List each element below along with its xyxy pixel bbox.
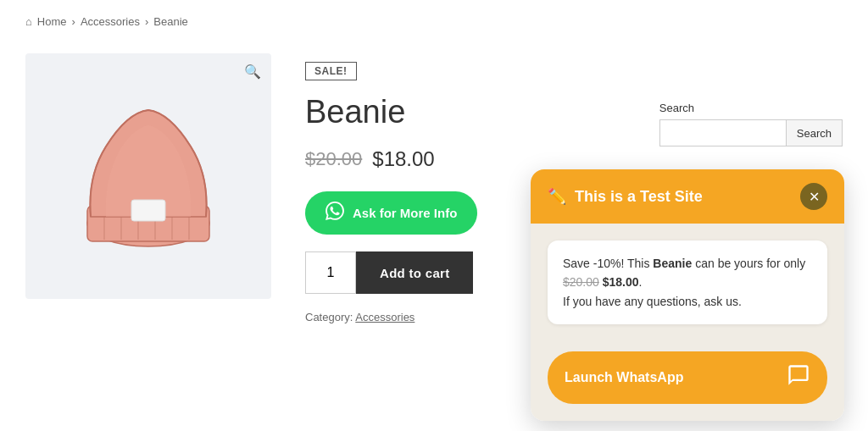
breadcrumb-home[interactable]: Home [37, 15, 67, 28]
add-to-cart-button[interactable]: Add to cart [356, 251, 473, 294]
whatsapp-chat-icon [787, 363, 810, 392]
breadcrumb-sep-1: › [72, 15, 75, 28]
chat-header-title: This is a Test Site [575, 188, 792, 206]
launch-whatsapp-button[interactable]: Launch WhatsApp [548, 351, 827, 404]
whatsapp-button[interactable]: Ask for More Info [305, 191, 477, 235]
sale-price: $18.00 [372, 147, 434, 171]
original-price: $20.00 [305, 148, 362, 170]
breadcrumb: ⌂ Home › Accessories › Beanie [0, 0, 868, 36]
price-container: $20.00 $18.00 [305, 147, 843, 171]
launch-btn-label: Launch WhatsApp [565, 370, 683, 385]
chat-header: ✏️ This is a Test Site ✕ [531, 169, 844, 224]
search-input[interactable] [659, 119, 787, 146]
quantity-input[interactable] [305, 251, 356, 294]
chat-footer: Launch WhatsApp [531, 341, 844, 421]
search-widget: Search Search [659, 102, 843, 146]
chat-message-line2: If you have any questions, ask us. [563, 295, 742, 308]
product-image [72, 91, 225, 261]
chat-message-mid: can be yours for only [692, 257, 805, 270]
sale-badge: SALE! [305, 62, 357, 80]
chat-widget: ✏️ This is a Test Site ✕ Save -10%! This… [531, 169, 844, 421]
chat-body: Save -10%! This Beanie can be yours for … [531, 224, 844, 341]
search-label: Search [659, 102, 843, 114]
category-label: Category: [305, 311, 353, 323]
home-icon: ⌂ [25, 15, 32, 28]
product-image-container: 🔍 [25, 53, 271, 299]
breadcrumb-sep-2: › [145, 15, 148, 28]
chat-price-old: $20.00 [563, 275, 599, 289]
search-button[interactable]: Search [787, 119, 843, 146]
zoom-icon[interactable]: 🔍 [244, 64, 261, 80]
svg-rect-8 [131, 200, 165, 221]
chat-message-product: Beanie [653, 257, 692, 270]
whatsapp-icon [326, 202, 344, 224]
chat-price-new: $18.00 [603, 275, 639, 289]
chat-header-icon: ✏️ [548, 187, 566, 206]
breadcrumb-accessories[interactable]: Accessories [81, 15, 140, 28]
chat-message-pre: Save -10%! This [563, 257, 653, 270]
whatsapp-btn-label: Ask for More Info [353, 206, 457, 220]
breadcrumb-current: Beanie [153, 15, 187, 28]
category-link[interactable]: Accessories [355, 311, 415, 323]
search-row: Search [659, 119, 843, 146]
chat-bubble: Save -10%! This Beanie can be yours for … [548, 240, 827, 324]
chat-close-button[interactable]: ✕ [800, 183, 827, 210]
